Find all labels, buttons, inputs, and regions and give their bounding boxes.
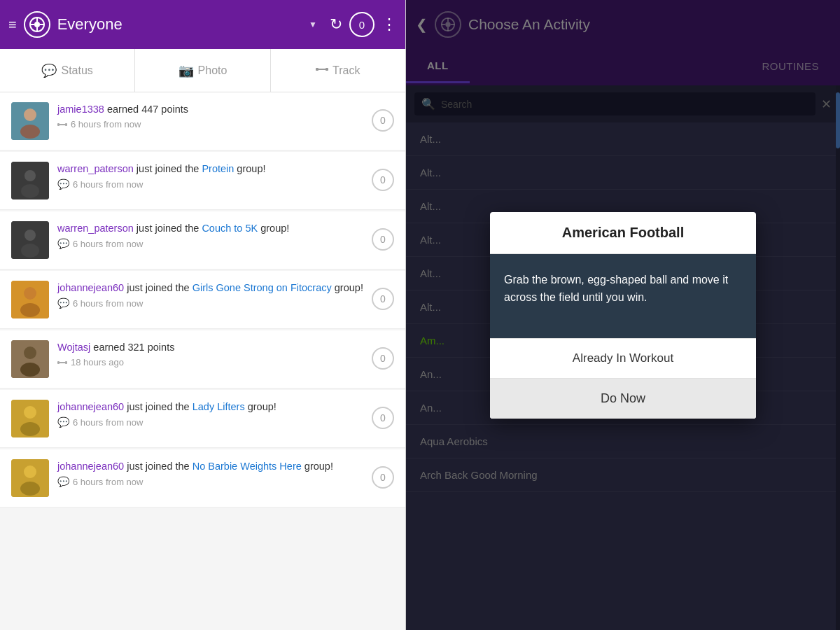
feed-action: just joined the bbox=[136, 163, 202, 174]
feed-time: 💬 6 hours from now bbox=[57, 298, 363, 309]
list-item: johannejean60 just joined the No Barbie … bbox=[0, 449, 405, 507]
feed-link[interactable]: Girls Gone Strong on Fitocracy bbox=[192, 282, 332, 293]
feed-username[interactable]: warren_paterson bbox=[57, 223, 134, 234]
feed-title: Everyone bbox=[57, 15, 302, 34]
feed-time: 18 hours ago bbox=[57, 357, 363, 368]
feed-content: Wojtasj earned 321 points 18 hours ago bbox=[57, 340, 363, 368]
feed-action: earned 447 points bbox=[107, 104, 188, 115]
feed-content: johannejean60 just joined the Lady Lifte… bbox=[57, 400, 363, 428]
svg-rect-27 bbox=[57, 361, 59, 364]
feed-time: 6 hours from now bbox=[57, 119, 363, 130]
list-item: warren_paterson just joined the Protein … bbox=[0, 152, 405, 210]
photo-tab-icon: 📷 bbox=[178, 63, 194, 78]
hamburger-icon[interactable]: ≡ bbox=[8, 17, 17, 33]
left-panel: ≡ Everyone ▼ ↻ 0 ⋮ 💬 Status 📷 Photo bbox=[0, 0, 406, 630]
already-in-workout-button[interactable]: Already In Workout bbox=[490, 338, 756, 378]
feed-action: just joined the bbox=[136, 223, 202, 234]
avatar bbox=[11, 162, 49, 200]
right-panel: ❮ Choose An Activity ALL ROUTINES 🔍 ✕ Al… bbox=[406, 0, 840, 630]
tab-track-label: Track bbox=[332, 64, 360, 77]
svg-point-34 bbox=[24, 465, 36, 478]
svg-rect-7 bbox=[326, 68, 328, 71]
svg-point-35 bbox=[20, 482, 40, 496]
feed-time: 💬 6 hours from now bbox=[57, 238, 363, 249]
feed-text-after: group! bbox=[248, 401, 276, 412]
refresh-icon[interactable]: ↻ bbox=[330, 15, 342, 34]
feed-badge: 0 bbox=[372, 228, 394, 251]
do-now-button[interactable]: Do Now bbox=[490, 378, 756, 419]
feed-username[interactable]: johannejean60 bbox=[57, 401, 124, 412]
feed-link[interactable]: No Barbie Weights Here bbox=[192, 461, 302, 472]
feed-username[interactable]: warren_paterson bbox=[57, 163, 134, 174]
svg-rect-12 bbox=[57, 123, 59, 126]
modal-footer: Already In Workout Do Now bbox=[490, 338, 756, 419]
svg-rect-6 bbox=[316, 68, 318, 71]
list-item: warren_paterson just joined the Couch to… bbox=[0, 211, 405, 270]
list-item: johannejean60 just joined the Girls Gone… bbox=[0, 271, 405, 329]
avatar bbox=[11, 400, 49, 438]
list-item: jamie1338 earned 447 points 6 hours from… bbox=[0, 92, 405, 150]
svg-rect-28 bbox=[65, 361, 67, 364]
notification-badge[interactable]: 0 bbox=[349, 12, 374, 37]
feed-link[interactable]: Lady Lifters bbox=[192, 401, 245, 412]
dropdown-icon[interactable]: ▼ bbox=[309, 20, 317, 29]
feed-time-text: 6 hours from now bbox=[73, 417, 143, 428]
feed-time: 💬 6 hours from now bbox=[57, 476, 363, 487]
feed-list: jamie1338 earned 447 points 6 hours from… bbox=[0, 92, 405, 630]
status-tab-icon: 💬 bbox=[41, 63, 57, 78]
feed-link[interactable]: Couch to 5K bbox=[202, 223, 258, 234]
feed-username[interactable]: Wojtasj bbox=[57, 342, 90, 353]
feed-text-after: group! bbox=[304, 461, 333, 472]
modal-description: Grab the brown, egg-shaped ball and move… bbox=[504, 274, 728, 304]
feed-content: johannejean60 just joined the No Barbie … bbox=[57, 459, 363, 487]
more-options-icon[interactable]: ⋮ bbox=[382, 15, 397, 34]
feed-badge: 0 bbox=[372, 466, 394, 489]
activity-modal: American Football Grab the brown, egg-sh… bbox=[490, 212, 756, 419]
feed-time-text: 6 hours from now bbox=[73, 179, 143, 190]
tab-status-label: Status bbox=[61, 64, 92, 77]
left-header: ≡ Everyone ▼ ↻ 0 ⋮ bbox=[0, 0, 405, 49]
tab-status[interactable]: 💬 Status bbox=[0, 49, 135, 92]
avatar bbox=[11, 340, 49, 378]
svg-point-17 bbox=[21, 184, 39, 198]
feed-username[interactable]: jamie1338 bbox=[57, 104, 104, 115]
svg-point-22 bbox=[24, 287, 36, 300]
feed-time: 💬 6 hours from now bbox=[57, 416, 363, 428]
left-tabs: 💬 Status 📷 Photo Track bbox=[0, 49, 405, 92]
feed-username[interactable]: johannejean60 bbox=[57, 461, 124, 472]
svg-point-19 bbox=[24, 230, 36, 241]
feed-time-text: 6 hours from now bbox=[71, 119, 141, 130]
list-item: johannejean60 just joined the Lady Lifte… bbox=[0, 390, 405, 448]
feed-text: warren_paterson just joined the Couch to… bbox=[57, 221, 363, 235]
svg-point-32 bbox=[20, 422, 40, 436]
svg-point-11 bbox=[20, 125, 40, 139]
feed-text: Wojtasj earned 321 points bbox=[57, 340, 363, 354]
modal-title: American Football bbox=[562, 225, 684, 240]
tab-track[interactable]: Track bbox=[271, 49, 405, 92]
svg-point-20 bbox=[21, 244, 39, 258]
feed-username[interactable]: johannejean60 bbox=[57, 282, 124, 293]
svg-point-23 bbox=[20, 303, 40, 317]
feed-text: jamie1338 earned 447 points bbox=[57, 102, 363, 116]
avatar bbox=[11, 281, 49, 318]
tab-photo-label: Photo bbox=[198, 64, 227, 77]
feed-content: jamie1338 earned 447 points 6 hours from… bbox=[57, 102, 363, 130]
feed-badge: 0 bbox=[372, 169, 394, 191]
svg-point-10 bbox=[24, 108, 36, 121]
svg-rect-8 bbox=[318, 69, 326, 70]
feed-time: 💬 6 hours from now bbox=[57, 178, 363, 190]
feed-link[interactable]: Protein bbox=[202, 163, 234, 174]
svg-rect-29 bbox=[59, 362, 65, 363]
feed-badge: 0 bbox=[372, 407, 394, 429]
modal-overlay: American Football Grab the brown, egg-sh… bbox=[406, 0, 840, 630]
feed-content: warren_paterson just joined the Protein … bbox=[57, 162, 363, 190]
feed-text: johannejean60 just joined the No Barbie … bbox=[57, 459, 363, 473]
tab-photo[interactable]: 📷 Photo bbox=[135, 49, 270, 92]
svg-point-25 bbox=[24, 346, 36, 359]
svg-rect-13 bbox=[65, 123, 67, 126]
svg-point-16 bbox=[24, 170, 36, 181]
modal-body: Grab the brown, egg-shaped ball and move… bbox=[490, 254, 756, 338]
track-tab-icon bbox=[316, 63, 328, 78]
svg-point-31 bbox=[24, 406, 36, 419]
feed-time-text: 6 hours from now bbox=[73, 239, 143, 249]
